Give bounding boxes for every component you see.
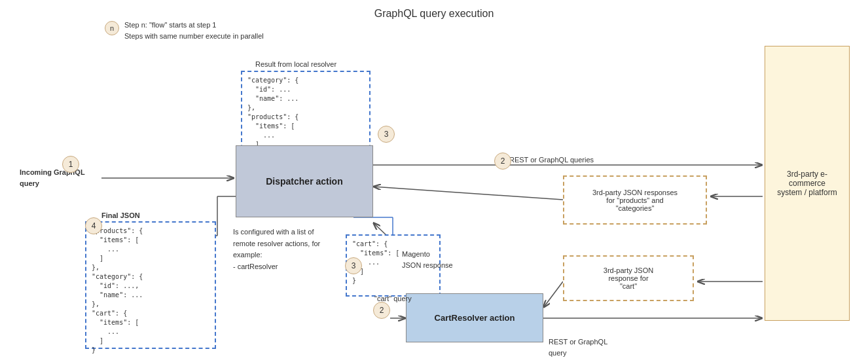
svg-line-18 [543,282,563,308]
magento-response-label: MagentoJSON response [402,249,453,270]
final-json-label: Final JSON [101,211,140,219]
thirdparty-box: 3rd-party e-commerce system / platform [765,46,850,321]
page-title: GraphQL query execution [374,8,494,20]
thirdparty-json-products-box: 3rd-party JSON responses for "products" … [563,175,707,225]
thirdparty-products-text: 3rd-party JSON responses for "products" … [592,189,678,212]
configured-label: Is configured with a list ofremote resol… [233,227,320,272]
dispatcher-box: Dispatcher action [236,145,373,217]
thirdparty-cart-text: 3rd-party JSON response for "cart" [604,266,653,290]
final-json-content: "products": { "items": [ ... ] }, "categ… [92,227,209,355]
cartresolver-box: CartResolver action [406,293,543,342]
dispatcher-label: Dispatcher action [266,176,342,187]
cartresolver-label: CartResolver action [435,313,515,323]
step-3-top-circle: 3 [378,126,395,143]
step-2-bottom-circle: 2 [373,302,390,319]
rest-graphql-bottom-label: REST or GraphQLquery [549,337,607,358]
local-result-label: Result from local resolver [255,60,336,68]
step-2-top-circle: 2 [494,153,511,170]
step-1-circle: 1 [62,156,79,173]
step-4-circle: 4 [85,217,102,234]
svg-line-11 [373,187,563,200]
thirdparty-json-cart-box: 3rd-party JSON response for "cart" [563,255,694,301]
diagram: GraphQL query execution n Step n: "flow"… [0,0,868,364]
legend: n Step n: "flow" starts at step 1 Steps … [105,20,264,41]
legend-circle: n [105,21,119,35]
thirdparty-box-label: 3rd-party e-commerce system / platform [770,170,844,197]
step-3-bottom-circle: 3 [345,257,362,274]
rest-graphql-top-label: REST or GraphQL queries [509,156,594,164]
final-json-box: "products": { "items": [ ... ] }, "categ… [85,221,216,349]
legend-text: Step n: "flow" starts at step 1 Steps wi… [124,20,264,41]
